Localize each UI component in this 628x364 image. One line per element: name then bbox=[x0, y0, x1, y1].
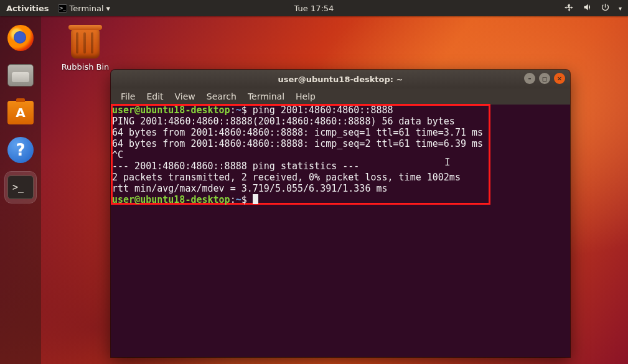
clock[interactable]: Tue 17:54 bbox=[294, 4, 334, 13]
maximize-button[interactable]: ◻ bbox=[539, 73, 550, 84]
help-icon: ? bbox=[7, 137, 34, 163]
app-menu[interactable]: >_ Terminal ▾ bbox=[58, 4, 110, 13]
trash-icon bbox=[71, 29, 100, 58]
chevron-down-icon: ▾ bbox=[106, 4, 111, 13]
volume-icon[interactable] bbox=[583, 2, 592, 14]
terminal-line: 64 bytes from 2001:4860:4860::8888: icmp… bbox=[112, 127, 569, 138]
gnome-top-bar: Activities >_ Terminal ▾ Tue 17:54 ▾ bbox=[0, 0, 628, 16]
dock-terminal[interactable]: >_ bbox=[5, 172, 36, 203]
terminal-body[interactable]: user@ubuntu18-desktop:~$ ping 2001:4860:… bbox=[111, 105, 570, 357]
power-icon[interactable] bbox=[601, 2, 610, 14]
minimize-button[interactable]: – bbox=[524, 73, 535, 84]
chevron-down-icon[interactable]: ▾ bbox=[619, 5, 622, 12]
close-button[interactable]: ✕ bbox=[554, 73, 565, 84]
menu-terminal[interactable]: Terminal bbox=[243, 90, 289, 103]
terminal-line: 64 bytes from 2001:4860:4860::8888: icmp… bbox=[112, 138, 569, 149]
terminal-icon: >_ bbox=[7, 175, 34, 199]
desktop-icon-label: Rubbish Bin bbox=[60, 62, 111, 72]
terminal-line: rtt min/avg/max/mdev = 3.719/5.055/6.391… bbox=[112, 183, 569, 194]
network-icon[interactable] bbox=[565, 2, 574, 14]
terminal-line: user@ubuntu18-desktop:~$ bbox=[112, 194, 569, 205]
terminal-line: 2 packets transmitted, 2 received, 0% pa… bbox=[112, 172, 569, 183]
terminal-window: user@ubuntu18-desktop: ~ – ◻ ✕ File Edit… bbox=[111, 70, 570, 357]
desktop-rubbish-bin[interactable]: Rubbish Bin bbox=[60, 29, 111, 72]
menu-edit[interactable]: Edit bbox=[141, 90, 168, 103]
dock-help[interactable]: ? bbox=[5, 134, 36, 166]
terminal-line: user@ubuntu18-desktop:~$ ping 2001:4860:… bbox=[112, 105, 569, 116]
menu-help[interactable]: Help bbox=[291, 90, 321, 103]
dock-firefox[interactable] bbox=[5, 22, 36, 54]
prompt-user: user@ubuntu18-desktop bbox=[112, 105, 230, 116]
terminal-line: --- 2001:4860:4860::8888 ping statistics… bbox=[112, 161, 569, 172]
menu-search[interactable]: Search bbox=[202, 90, 241, 103]
firefox-icon bbox=[7, 25, 34, 51]
terminal-icon: >_ bbox=[58, 4, 67, 12]
terminal-line: ^C bbox=[112, 149, 569, 161]
files-icon bbox=[7, 64, 34, 86]
menu-file[interactable]: File bbox=[116, 90, 140, 103]
activities-button[interactable]: Activities bbox=[6, 4, 49, 13]
dock-files[interactable] bbox=[5, 60, 36, 91]
cursor bbox=[253, 194, 258, 204]
window-titlebar[interactable]: user@ubuntu18-desktop: ~ – ◻ ✕ bbox=[111, 70, 570, 88]
menubar: File Edit View Search Terminal Help bbox=[111, 88, 570, 105]
prompt-path: ~ bbox=[236, 105, 241, 116]
menu-view[interactable]: View bbox=[170, 90, 200, 103]
text-cursor-icon: I bbox=[444, 157, 451, 168]
dock: ? >_ bbox=[0, 16, 41, 364]
dock-software[interactable] bbox=[5, 97, 36, 128]
software-icon bbox=[7, 101, 34, 124]
app-menu-label: Terminal bbox=[70, 4, 104, 13]
window-title: user@ubuntu18-desktop: ~ bbox=[278, 75, 403, 84]
terminal-line: PING 2001:4860:4860::8888(2001:4860:4860… bbox=[112, 116, 569, 127]
